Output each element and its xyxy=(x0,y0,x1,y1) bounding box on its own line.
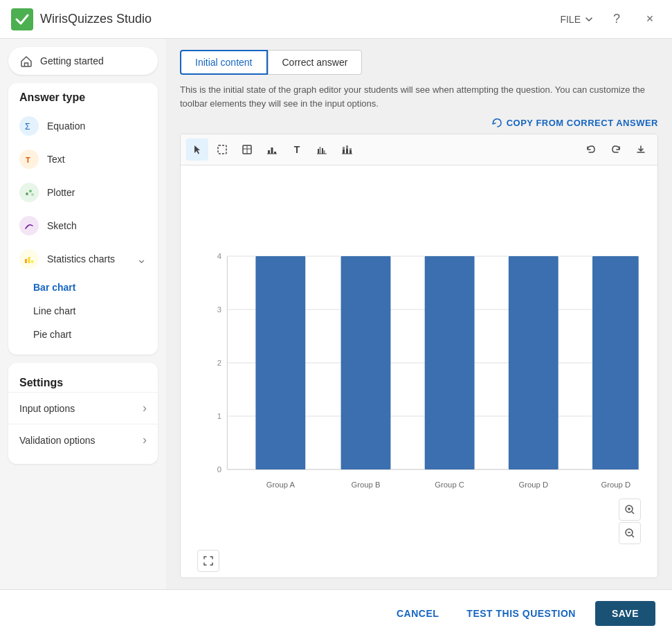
toolbar-undo-button[interactable] xyxy=(580,138,602,161)
toolbar-stacked-bar-button[interactable] xyxy=(336,138,358,161)
svg-rect-24 xyxy=(346,145,348,149)
svg-point-3 xyxy=(26,192,28,195)
content-description: This is the initial state of the graph e… xyxy=(180,83,658,110)
svg-line-57 xyxy=(632,535,634,537)
stacked-bar-icon xyxy=(341,144,352,155)
app-title: WirisQuizzes Studio xyxy=(40,12,152,26)
svg-text:Group B: Group B xyxy=(352,481,381,489)
editor-container: T xyxy=(180,134,658,578)
statistics-sub-items: Bar chart Line chart Pie chart xyxy=(8,276,158,346)
home-icon xyxy=(19,54,33,68)
zoom-in-icon xyxy=(624,504,635,515)
svg-rect-13 xyxy=(268,150,270,154)
tab-correct-answer[interactable]: Correct answer xyxy=(268,50,363,75)
svg-rect-19 xyxy=(322,148,323,154)
equation-icon: Σ xyxy=(19,116,39,136)
test-question-button[interactable]: TEST THIS QUESTION xyxy=(458,602,584,625)
svg-rect-0 xyxy=(11,8,33,30)
answer-type-card: Answer type Σ Equation T Text xyxy=(8,83,158,355)
help-button[interactable]: ? xyxy=(606,8,628,30)
getting-started-button[interactable]: Getting started xyxy=(8,47,158,75)
svg-rect-20 xyxy=(324,150,325,154)
redo-toolbar-icon xyxy=(610,144,621,155)
copy-link-row: COPY FROM CORRECT ANSWER xyxy=(180,117,658,128)
sidebar-item-pie-chart[interactable]: Pie chart xyxy=(14,323,158,346)
zoom-in-button[interactable] xyxy=(619,499,641,521)
svg-rect-42 xyxy=(341,256,391,469)
statistics-charts-icon xyxy=(19,249,39,269)
copy-from-correct-answer-button[interactable]: COPY FROM CORRECT ANSWER xyxy=(491,117,658,128)
sidebar-item-text[interactable]: T Text xyxy=(8,143,158,176)
cancel-button[interactable]: CANCEL xyxy=(388,602,447,625)
svg-text:Group D: Group D xyxy=(601,481,631,489)
sidebar-item-bar-chart[interactable]: Bar chart xyxy=(14,276,158,299)
svg-rect-43 xyxy=(425,256,475,469)
svg-text:Group A: Group A xyxy=(266,481,296,489)
sidebar-item-statistics-charts[interactable]: Statistics charts ⌄ xyxy=(8,242,158,276)
toolbar-text-button[interactable]: T xyxy=(286,138,308,161)
svg-rect-23 xyxy=(343,150,345,154)
svg-text:Group C: Group C xyxy=(435,481,464,489)
svg-rect-22 xyxy=(343,147,345,150)
fullscreen-button[interactable] xyxy=(197,550,219,572)
sidebar-item-plotter[interactable]: Plotter xyxy=(8,176,158,209)
toolbar-grouped-bar-button[interactable] xyxy=(311,138,333,161)
svg-rect-26 xyxy=(349,148,352,150)
svg-rect-8 xyxy=(31,260,33,263)
toolbar-select-button[interactable] xyxy=(186,138,208,161)
chart-canvas-area: 0 1 2 3 4 xyxy=(181,165,657,577)
chevron-down-icon xyxy=(583,14,594,25)
zoom-out-icon xyxy=(624,528,635,539)
toolbar-download-button[interactable] xyxy=(630,138,652,161)
svg-rect-9 xyxy=(218,145,226,154)
tab-initial-content[interactable]: Initial content xyxy=(180,50,268,75)
toolbar-table-button[interactable] xyxy=(236,138,258,161)
header: WirisQuizzes Studio FILE ? × xyxy=(0,0,672,39)
answer-type-title: Answer type xyxy=(8,91,158,109)
validation-options-item[interactable]: Validation options › xyxy=(8,424,158,456)
svg-text:3: 3 xyxy=(217,305,221,314)
download-icon xyxy=(635,144,646,155)
svg-text:1: 1 xyxy=(217,412,221,420)
svg-point-4 xyxy=(29,190,32,192)
svg-rect-17 xyxy=(318,149,319,154)
toolbar-right-buttons xyxy=(580,138,652,161)
undo-toolbar-icon xyxy=(585,144,597,155)
table-icon xyxy=(242,144,253,155)
settings-title: Settings xyxy=(8,371,158,392)
close-button[interactable]: × xyxy=(639,8,661,30)
grouped-bar-icon xyxy=(316,144,327,155)
svg-text:2: 2 xyxy=(217,359,221,367)
statistics-chevron-down-icon: ⌄ xyxy=(136,251,147,267)
zoom-controls xyxy=(619,499,641,544)
input-options-item[interactable]: Input options › xyxy=(8,392,158,424)
fullscreen-icon xyxy=(203,556,213,566)
settings-card: Settings Input options › Validation opti… xyxy=(8,363,158,464)
toolbar-bar-chart-button[interactable] xyxy=(261,138,283,161)
svg-line-54 xyxy=(632,512,634,514)
save-button[interactable]: SAVE xyxy=(595,601,655,626)
sidebar-item-sketch[interactable]: Sketch xyxy=(8,209,158,242)
content-area: Initial content Correct answer This is t… xyxy=(166,39,672,589)
sidebar: Getting started Answer type Σ Equation T… xyxy=(0,39,166,589)
svg-rect-45 xyxy=(592,256,639,469)
zoom-out-button[interactable] xyxy=(619,522,641,544)
svg-rect-18 xyxy=(320,147,321,154)
sidebar-item-line-chart[interactable]: Line chart xyxy=(14,299,158,323)
text-tool-label: T xyxy=(294,144,300,155)
input-options-chevron-icon: › xyxy=(143,401,147,415)
svg-rect-7 xyxy=(28,257,30,263)
tabs-row: Initial content Correct answer xyxy=(180,50,658,75)
cursor-icon xyxy=(192,144,203,155)
toolbar-redo-button[interactable] xyxy=(605,138,627,161)
svg-rect-14 xyxy=(271,147,273,154)
sketch-icon xyxy=(19,216,39,235)
file-menu-button[interactable]: FILE xyxy=(560,14,594,25)
bar-chart-svg: 0 1 2 3 4 xyxy=(192,177,646,577)
sidebar-item-equation[interactable]: Σ Equation xyxy=(8,109,158,143)
bar-chart-icon xyxy=(266,144,278,155)
select-area-icon xyxy=(217,144,228,155)
main-container: Getting started Answer type Σ Equation T… xyxy=(0,39,672,589)
app-logo-icon xyxy=(11,8,33,30)
toolbar-select-area-button[interactable] xyxy=(211,138,233,161)
